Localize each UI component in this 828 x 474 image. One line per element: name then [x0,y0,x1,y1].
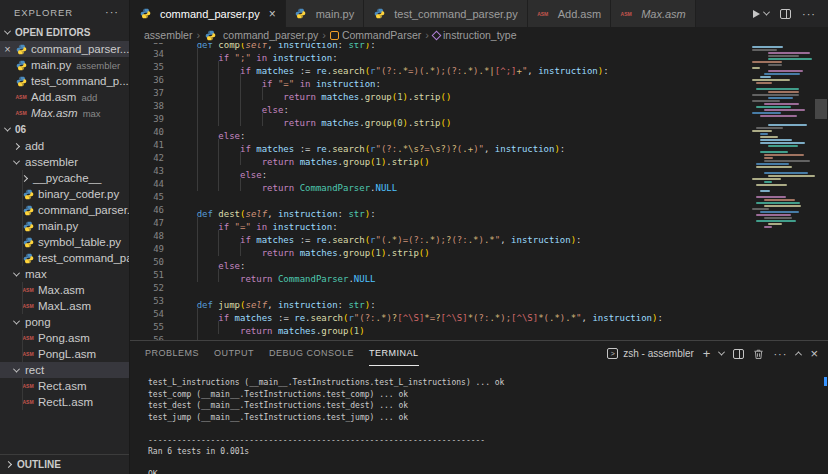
terminal-dropdown-icon[interactable] [718,349,725,356]
token: instruction [511,235,571,245]
code-line[interactable]: 44return CommandParser.NULL [130,178,663,191]
tree-item-max-asm[interactable]: ASMMax.asm [0,282,129,298]
code-line[interactable]: 39return matches.group(0).strip() [130,113,663,126]
tab-add-asm[interactable]: ASMAdd.asm [528,0,611,27]
code-line[interactable]: 53def jump(self, instruction: str): [130,295,663,308]
tree-item-rect-asm[interactable]: ASMRect.asm [0,378,129,394]
tree-item-binary-coder-py[interactable]: binary_coder.py [0,186,129,202]
panel-more-icon[interactable]: ··· [773,348,787,360]
indent-guide [197,139,219,152]
scrollbar-thumb[interactable] [815,99,827,119]
tree-item-command-parser-py[interactable]: command_parser.py [0,202,129,218]
minimap-line [756,163,789,165]
asm-icon-text: ASM [22,303,33,309]
run-python-file-button[interactable] [753,10,769,18]
code-line[interactable]: 34if ";" in instruction: [130,48,663,61]
tab-main-py[interactable]: main.py [286,0,365,27]
editor-scrollbar[interactable] [814,43,828,340]
tab-label: main.py [316,8,355,20]
code-line[interactable]: 54if matches := re.search(r"(?:.*)?[^\S]… [130,308,663,321]
kill-terminal-icon[interactable] [753,348,764,360]
code-editor[interactable]: 33def comp(self, instruction: str):34if … [130,43,828,340]
close-panel-icon[interactable]: × [810,346,818,361]
minimap-line [764,172,808,174]
open-editor-add-asm[interactable]: ASMAdd.asmadd [0,89,129,105]
tree-item-maxl-asm[interactable]: ASMMaxL.asm [0,298,129,314]
tree-item-add[interactable]: add [0,138,129,154]
tree-item-symbol-table-py[interactable]: symbol_table.py [0,234,129,250]
code-line[interactable]: 41if matches := re.search(r"(?:.*\s?=\s?… [130,139,663,152]
tab-command-parser-py[interactable]: command_parser.py× [130,0,286,27]
code-line[interactable]: 42return matches.group(1).strip() [130,152,663,165]
code-line[interactable]: 37return matches.group(1).strip() [130,87,663,100]
tree-item-pong-asm[interactable]: ASMPong.asm [0,330,129,346]
breadcrumb-item-commandparser[interactable]: CommandParser [330,29,421,41]
minimap-line [768,175,815,177]
indent-guide [262,113,284,126]
panel-tab-output[interactable]: OUTPUT [214,341,254,366]
line-content: if matches := re.search(r"(?:.*)?[^\S]*=… [164,308,663,321]
breadcrumb-item-assembler[interactable]: assembler [144,29,192,41]
tree-item-pycache[interactable]: __pycache__ [0,170,129,186]
terminal-instance-selector[interactable]: > zsh - assembler [607,348,694,359]
tree-item-pongl-asm[interactable]: ASMPongL.asm [0,346,129,362]
code-line[interactable]: 51return CommandParser.NULL [130,269,663,282]
tree-item-test-command-parse[interactable]: test_command_parse... [0,250,129,266]
explorer-more-icon[interactable]: ··· [105,6,119,18]
code-line[interactable]: 47if "=" in instruction: [130,217,663,230]
outline-label: OUTLINE [17,459,61,470]
panel-tab-debug-console[interactable]: DEBUG CONSOLE [269,341,354,366]
breadcrumb-item-instruction-type[interactable]: instruction_type [433,29,517,41]
bottom-panel: PROBLEMSOUTPUTDEBUG CONSOLETERMINAL > zs… [130,340,828,474]
root-folder-header[interactable]: 06 [0,121,129,138]
breadcrumb-separator: › [322,29,326,41]
open-editor-command-parser[interactable]: ×command_parser... [0,41,129,57]
minimap-line [760,133,768,135]
token: , [582,313,593,323]
tree-item-main-py[interactable]: main.py [0,218,129,234]
line-number: 45 [130,191,164,204]
panel-tab-terminal[interactable]: TERMINAL [369,341,419,366]
open-editors-header[interactable]: OPEN EDITORS [0,24,129,41]
minimap[interactable] [752,43,814,283]
open-editor-test-command-p[interactable]: test_command_p... [0,73,129,89]
code-line[interactable]: 35if matches := re.search(r"(?:.*=)(.*);… [130,61,663,74]
minimap-line [768,58,812,60]
code-line[interactable]: 49return matches.group(1).strip() [130,243,663,256]
python-file-icon [22,252,34,264]
maximize-panel-icon[interactable] [795,351,802,358]
tree-item-rect[interactable]: rect [0,362,129,378]
outline-header[interactable]: OUTLINE [0,454,129,474]
tree-item-pong[interactable]: pong [0,314,129,330]
open-editor-main-py[interactable]: main.pyassembler [0,57,129,73]
terminal-line [148,423,828,435]
minimap-line [756,220,796,222]
code-line[interactable]: 46def dest(self, instruction: str): [130,204,663,217]
tab-test-command-parser-py[interactable]: test_command_parser.py [364,0,528,27]
token: return [262,183,300,193]
more-actions-icon[interactable]: ··· [802,8,816,20]
code-line[interactable]: 52 [130,282,663,295]
minimap-line [760,115,797,117]
minimap-line [768,70,803,72]
open-editor-max-asm[interactable]: ASMMax.asmmax [0,105,129,121]
token: (?: [473,313,489,323]
breadcrumb-item-command-parser-py[interactable]: command_parser.py [204,29,318,41]
tree-item-max[interactable]: max [0,266,129,282]
close-tab-icon[interactable]: × [269,7,276,21]
tree-item-rectl-asm[interactable]: ASMRectL.asm [0,394,129,410]
split-editor-icon[interactable] [780,9,791,19]
close-editor-icon[interactable]: × [0,43,15,55]
new-terminal-button[interactable]: + [703,346,711,361]
tree-item-label: main.py [38,220,78,232]
panel-tab-problems[interactable]: PROBLEMS [145,341,199,366]
split-terminal-icon[interactable] [733,349,744,359]
code-line[interactable]: 48if matches := re.search(r"(.*)=(?:.*);… [130,230,663,243]
tree-item-assembler[interactable]: assembler [0,154,129,170]
tab-max-asm[interactable]: ASMMax.asm [611,0,696,27]
minimap-line [764,157,773,159]
token: \s? [430,144,446,154]
indent-guide [262,87,284,100]
terminal-output[interactable]: test_L_instructions (__main__.TestInstru… [130,366,828,474]
breadcrumb-separator: › [425,29,429,41]
